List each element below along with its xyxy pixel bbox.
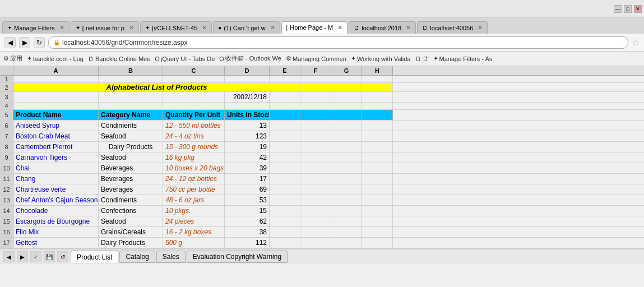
cell-g-13[interactable] [331, 195, 362, 205]
cell-b1[interactable] [99, 76, 163, 82]
cell-e5[interactable] [270, 110, 300, 120]
cell-e-13[interactable] [270, 195, 300, 205]
cell-g-7[interactable] [331, 131, 362, 141]
cell-e-14[interactable] [270, 206, 300, 216]
cell-g-11[interactable] [331, 174, 362, 184]
browser-tab-tab3[interactable]: ✦[#CELLSNET-45✕ [140, 21, 212, 34]
cell-b4[interactable] [99, 103, 163, 109]
cell-product-name[interactable]: Boston Crab Meat [13, 131, 99, 141]
undo-button[interactable]: ↺ [57, 251, 68, 262]
cell-units[interactable]: 123 [225, 131, 270, 141]
cell-product-name[interactable]: Carnarvon Tigers [13, 152, 99, 163]
cell-c1[interactable] [163, 76, 225, 82]
cell-qty[interactable]: 24 - 12 oz bottles [163, 174, 225, 184]
cell-f-11[interactable] [300, 174, 331, 184]
cell-qty[interactable]: 500 g [163, 238, 225, 248]
cell-a4[interactable] [13, 103, 99, 109]
cell-product-name[interactable]: Camembert Pierrot [13, 142, 99, 152]
cell-h-9[interactable] [362, 152, 393, 163]
cell-qty[interactable]: 48 - 6 oz jars [163, 195, 225, 205]
cell-units[interactable]: 13 [225, 121, 270, 131]
cell-c3[interactable] [163, 92, 225, 102]
cell-f5[interactable] [300, 110, 331, 120]
back-button[interactable]: ◀ [4, 37, 16, 48]
cell-qty[interactable]: 10 pkgs. [163, 206, 225, 216]
cell-qty[interactable]: 16 kg pkg [163, 152, 225, 163]
cell-qty[interactable]: 10 boxes x 20 bags [163, 163, 225, 173]
header-category-name[interactable]: Category Name [99, 110, 163, 120]
cell-f1[interactable] [300, 76, 331, 82]
cell-c4[interactable] [163, 103, 225, 109]
cell-h-15[interactable] [362, 216, 393, 226]
cell-a1[interactable] [13, 76, 99, 82]
cell-h4[interactable] [362, 103, 393, 109]
cell-f-14[interactable] [300, 206, 331, 216]
col-header-g[interactable]: G [331, 66, 362, 75]
cell-product-name[interactable]: Escargots de Bourgogne [13, 216, 99, 226]
check-button[interactable]: ✓ [30, 251, 41, 262]
cell-b3[interactable] [99, 92, 163, 102]
tab-close-icon[interactable]: ✕ [406, 24, 411, 31]
cell-qty[interactable]: 24 - 4 oz tins [163, 131, 225, 141]
cell-qty[interactable]: 24 pieces [163, 216, 225, 226]
cell-qty[interactable]: 750 cc per bottle [163, 184, 225, 195]
minimize-button[interactable]: — [614, 5, 622, 13]
cell-h1[interactable] [362, 76, 393, 82]
cell-category[interactable]: Beverages [99, 184, 163, 195]
cell-h-10[interactable] [362, 163, 393, 173]
browser-tab-tab4[interactable]: ●(1) Can 't get w✕ [213, 21, 280, 34]
cell-h-7[interactable] [362, 131, 393, 141]
tab-close-icon[interactable]: ✕ [129, 24, 134, 31]
cell-f-16[interactable] [300, 227, 331, 237]
cell-product-name[interactable]: Aniseed Syrup [13, 121, 99, 131]
cell-qty[interactable]: 16 - 2 kg boxes [163, 227, 225, 237]
cell-e-10[interactable] [270, 163, 300, 173]
cell-date[interactable]: 2002/12/18 [225, 92, 270, 102]
cell-units[interactable]: 69 [225, 184, 270, 195]
tab-close-icon[interactable]: ✕ [59, 24, 64, 31]
cell-g-6[interactable] [331, 121, 362, 131]
cell-h2[interactable] [362, 83, 393, 91]
next-sheet-button[interactable]: ▶ [17, 251, 28, 262]
cell-e4[interactable] [270, 103, 300, 109]
cell-g4[interactable] [331, 103, 362, 109]
cell-h-14[interactable] [362, 206, 393, 216]
cell-d4[interactable] [225, 103, 270, 109]
cell-units[interactable]: 17 [225, 174, 270, 184]
cell-g5[interactable] [331, 110, 362, 120]
cell-units[interactable]: 42 [225, 152, 270, 163]
cell-product-name[interactable]: Geitost [13, 238, 99, 248]
cell-category[interactable]: Seafood [99, 131, 163, 141]
save-button[interactable]: 💾 [44, 251, 55, 262]
sheet-tab-evaluation_copyright_warning[interactable]: Evaluation Copyright Warning [187, 251, 288, 263]
cell-f-6[interactable] [300, 121, 331, 131]
cell-h-17[interactable] [362, 238, 393, 248]
prev-sheet-button[interactable]: ◀ [3, 251, 15, 262]
cell-f-13[interactable] [300, 195, 331, 205]
cell-f-10[interactable] [300, 163, 331, 173]
cell-g3[interactable] [331, 92, 362, 102]
cell-units[interactable]: 112 [225, 238, 270, 248]
cell-d1[interactable] [225, 76, 270, 82]
cell-f-15[interactable] [300, 216, 331, 226]
bookmark-1[interactable]: ✦banckle.com - Log [27, 55, 84, 62]
cell-h-6[interactable] [362, 121, 393, 131]
cell-f4[interactable] [300, 103, 331, 109]
tab-close-icon[interactable]: ✕ [337, 24, 342, 31]
maximize-button[interactable]: □ [624, 5, 632, 13]
cell-e-8[interactable] [270, 142, 300, 152]
cell-g-14[interactable] [331, 206, 362, 216]
cell-f-7[interactable] [300, 131, 331, 141]
cell-g2[interactable] [331, 83, 362, 91]
cell-e-16[interactable] [270, 227, 300, 237]
cell-qty[interactable]: 15 - 300 g rounds [163, 142, 225, 152]
cell-e-7[interactable] [270, 131, 300, 141]
header-units-in-stock[interactable]: Units In Stock [225, 110, 270, 120]
cell-units[interactable]: 62 [225, 216, 270, 226]
cell-e-11[interactable] [270, 174, 300, 184]
cell-g-10[interactable] [331, 163, 362, 173]
cell-units[interactable]: 19 [225, 142, 270, 152]
header-quantity-per-unit[interactable]: Quantity Per Unit [163, 110, 225, 120]
refresh-button[interactable]: ↻ [34, 37, 45, 48]
cell-h-12[interactable] [362, 184, 393, 195]
